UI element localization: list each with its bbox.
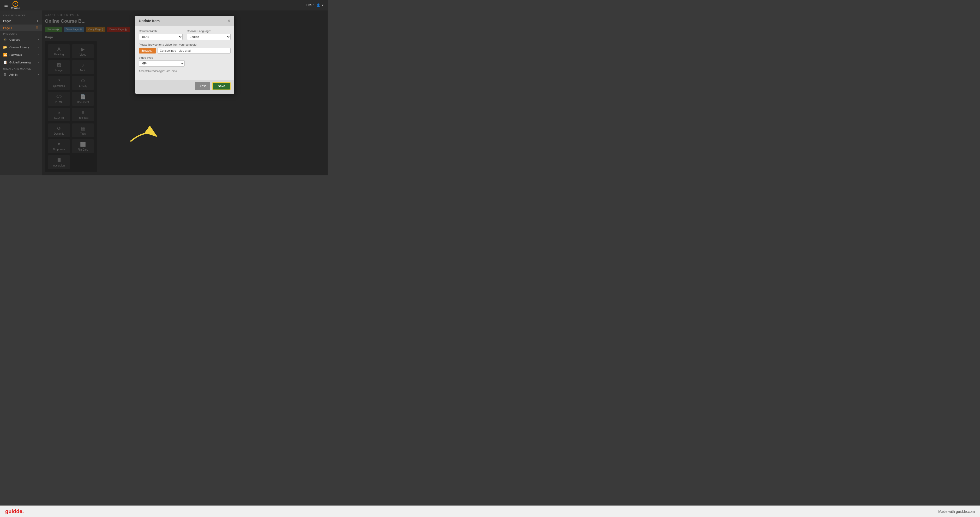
courses-icon: 🎓 [3, 38, 7, 41]
close-modal-button[interactable]: Close [195, 82, 210, 90]
column-width-group: Column Width: 100% 75% 50% 25% [139, 29, 183, 40]
add-page-button[interactable]: + [37, 19, 38, 23]
nav-left: ☰ ✦ Censeo [4, 1, 20, 10]
guided-learning-label: Guided Learning [10, 61, 30, 64]
pathways-chevron-icon: › [38, 53, 38, 56]
guided-learning-icon: 📋 [3, 60, 7, 64]
language-group: Choose Language: English French Spanish [187, 29, 231, 40]
hamburger-icon[interactable]: ☰ [4, 3, 8, 8]
update-item-modal: Update Item ✕ Column Width: 100% 75% 50%… [135, 16, 234, 94]
sidebar: COURSE BUILDER Pages + Page 1 ☰ PRODUCTS… [0, 10, 42, 176]
save-button[interactable]: Save [212, 82, 231, 90]
guided-learning-chevron-icon: › [38, 61, 38, 64]
modal-footer: Close Save [135, 80, 234, 94]
admin-icon: ⚙ [3, 73, 7, 77]
course-builder-section-label: COURSE BUILDER [0, 13, 42, 17]
pathways-icon: 🔀 [3, 53, 7, 57]
products-section-label: PRODUCTS [0, 31, 42, 36]
modal-overlay: Update Item ✕ Column Width: 100% 75% 50%… [42, 10, 328, 176]
logo-text: Censeo [11, 7, 20, 10]
page1-list-icon: ☰ [35, 26, 38, 30]
modal-title: Update Item [139, 19, 160, 23]
content-library-chevron-icon: › [38, 46, 38, 49]
user-label[interactable]: EDS 1 [306, 3, 315, 7]
browse-instruction: Please browse for a video from your comp… [139, 43, 231, 46]
courses-chevron-icon: › [38, 38, 38, 41]
sidebar-item-content-library[interactable]: 📂 Content Library › [0, 43, 42, 51]
pages-label: Pages [3, 19, 11, 22]
admin-chevron-icon: › [38, 73, 38, 76]
form-row-top: Column Width: 100% 75% 50% 25% Choose La… [139, 29, 231, 40]
modal-close-button[interactable]: ✕ [227, 18, 231, 23]
top-navigation: ☰ ✦ Censeo EDS 1 👤 ▾ [0, 0, 328, 10]
sidebar-item-pathways[interactable]: 🔀 Pathways › [0, 51, 42, 59]
logo-area: ✦ Censeo [11, 1, 20, 10]
browse-section: Please browse for a video from your comp… [139, 43, 231, 54]
create-manage-section-label: CREATE AND MANAGE [0, 66, 42, 71]
logo-icon: ✦ [13, 1, 18, 7]
video-type-section: Video Type MP4 WebM OGG [139, 56, 231, 67]
column-width-label: Column Width: [139, 29, 183, 33]
pages-header: Pages + [0, 17, 42, 24]
sidebar-item-courses[interactable]: 🎓 Courses › [0, 36, 42, 43]
modal-body: Column Width: 100% 75% 50% 25% Choose La… [135, 26, 234, 80]
sidebar-item-guided-learning[interactable]: 📋 Guided Learning › [0, 59, 42, 66]
file-name-display: Censeo intro - blue gradi [158, 48, 231, 54]
language-select[interactable]: English French Spanish [187, 34, 231, 40]
user-avatar-icon[interactable]: 👤 [317, 3, 320, 7]
main-layout: COURSE BUILDER Pages + Page 1 ☰ PRODUCTS… [0, 10, 328, 176]
content-library-icon: 📂 [3, 45, 7, 49]
acceptable-types-text: Acceptable video type: .are .mp4 [139, 70, 231, 73]
admin-label: Admin [10, 73, 18, 76]
video-type-label: Video Type [139, 56, 231, 59]
column-width-select[interactable]: 100% 75% 50% 25% [139, 34, 183, 40]
content-library-label: Content Library [10, 46, 29, 49]
language-label: Choose Language: [187, 29, 231, 33]
nav-right: EDS 1 👤 ▾ [306, 3, 323, 7]
page1-label: Page 1 [3, 26, 12, 29]
browse-button[interactable]: Browse... [139, 48, 156, 54]
user-dropdown-icon[interactable]: ▾ [322, 3, 323, 7]
arrow-annotation [125, 123, 162, 144]
sidebar-item-admin[interactable]: ⚙ Admin › [0, 71, 42, 78]
content-area: COURSE BUILDER / PAGES Online Course B..… [42, 10, 328, 176]
sidebar-item-page1[interactable]: Page 1 ☰ [0, 24, 42, 31]
pathways-label: Pathways [10, 53, 22, 56]
browse-row: Browse... Censeo intro - blue gradi [139, 48, 231, 54]
modal-header: Update Item ✕ [135, 16, 234, 26]
video-type-select[interactable]: MP4 WebM OGG [139, 60, 185, 67]
courses-label: Courses [10, 38, 20, 41]
